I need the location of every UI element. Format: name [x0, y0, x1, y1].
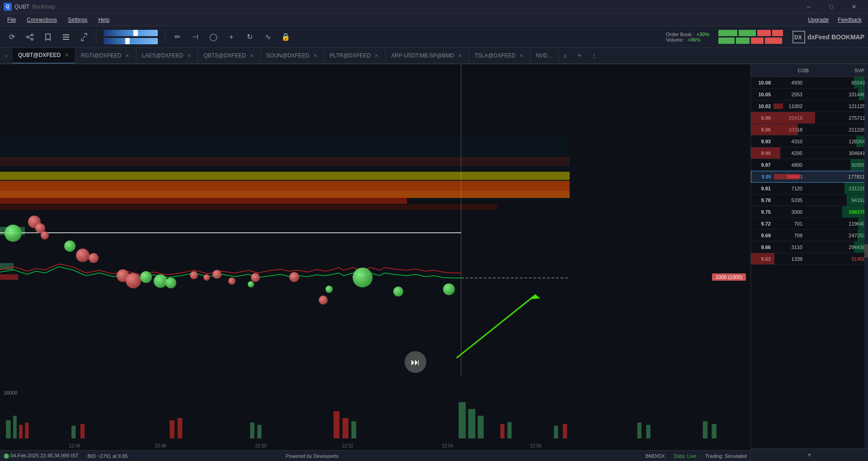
- redo-icon[interactable]: ↻: [241, 29, 258, 45]
- cb-green-3: [718, 38, 735, 44]
- ob-svp-header: SVP: [811, 68, 864, 73]
- ob-price-1: 10.05: [751, 92, 774, 97]
- time-label-2: 22:48: [155, 443, 166, 448]
- svg-rect-33: [646, 425, 650, 438]
- color-slider-top[interactable]: [104, 30, 158, 36]
- tab-next-button[interactable]: ›: [559, 48, 571, 64]
- trade-bubble-red-7: [126, 273, 141, 288]
- status-index: BMD/DX: [646, 453, 665, 459]
- ob-price-12: 9.72: [751, 221, 774, 226]
- tab-soun[interactable]: SOUN@DXFEED ✕: [261, 48, 325, 64]
- svg-text:DX: DX: [794, 34, 802, 41]
- share-icon[interactable]: [22, 29, 38, 45]
- status-bid: BID ~2791 at 9.85: [88, 453, 128, 459]
- svg-rect-21: [257, 425, 261, 438]
- upgrade-link[interactable]: Upgrade: [808, 17, 829, 23]
- order-annotation: 1000 (1000): [712, 273, 746, 281]
- tab-add-button[interactable]: +: [571, 48, 588, 64]
- ob-scroll-thumb[interactable]: [864, 244, 868, 258]
- ob-svp-2: 121125: [805, 103, 868, 109]
- trade-bubble-red-12: [212, 270, 222, 279]
- maximize-button[interactable]: □: [821, 0, 842, 14]
- wave-icon[interactable]: ∿: [259, 29, 276, 45]
- ob-bar-15: [751, 253, 774, 264]
- ob-scroll-down[interactable]: ▼: [751, 448, 868, 461]
- tab-tsla-close[interactable]: ✕: [518, 52, 524, 59]
- svg-rect-15: [25, 423, 28, 438]
- tab-tsla[interactable]: TSLA@DXFEED ✕: [469, 48, 531, 64]
- svg-rect-13: [13, 416, 17, 438]
- status-data: Data: Live: [674, 453, 697, 459]
- tab-xrp-close[interactable]: ✕: [457, 52, 463, 59]
- ob-svp-6: 304641: [805, 151, 868, 156]
- tab-soun-close[interactable]: ✕: [312, 52, 318, 59]
- tab-rgti-close[interactable]: ✕: [124, 52, 131, 59]
- trade-bubble-green-3: [140, 271, 152, 283]
- trade-bubble-red-10: [190, 271, 198, 279]
- ob-cob-2: 11002: [774, 103, 805, 109]
- svg-rect-25: [458, 402, 466, 438]
- tab-xrp[interactable]: XRP-USDT:MB:SP@BMD ✕: [386, 48, 469, 64]
- slider-thumb-top[interactable]: [133, 30, 138, 36]
- menu-file[interactable]: File: [2, 15, 21, 25]
- toolbar: ⟳: [0, 26, 868, 48]
- link-icon[interactable]: [76, 29, 92, 45]
- plus-icon[interactable]: +: [223, 29, 240, 45]
- menu-connections[interactable]: Connections: [21, 15, 62, 25]
- tab-nvd[interactable]: NVD…: [530, 48, 558, 64]
- svg-rect-24: [351, 421, 356, 438]
- tab-laes[interactable]: LAES@DXFEED ✕: [137, 48, 198, 64]
- cb-green-4: [736, 38, 750, 44]
- tab-prev-button[interactable]: ‹: [0, 48, 13, 64]
- slider-thumb-bottom[interactable]: [125, 38, 130, 44]
- close-button[interactable]: ✕: [844, 0, 864, 14]
- tab-bar: ‹ QUBT@DXFEED ✕ RGTI@DXFEED ✕ LAES@DXFEE…: [0, 48, 868, 64]
- pencil-icon[interactable]: ✏: [169, 29, 185, 45]
- svg-rect-28: [500, 424, 505, 438]
- tab-pltr-close[interactable]: ✕: [373, 52, 380, 59]
- tab-qbts-close[interactable]: ✕: [249, 52, 255, 59]
- refresh-icon[interactable]: ⟳: [4, 29, 20, 45]
- tab-qbts[interactable]: QBTS@DXFEED ✕: [198, 48, 261, 64]
- order-book-sidebar: COB SVP 10.08 4930 65541 10.05 2553 1014…: [750, 64, 868, 461]
- lock-icon[interactable]: 🔒: [278, 29, 294, 45]
- ob-scroll[interactable]: [864, 77, 868, 448]
- bookmark-icon[interactable]: [40, 29, 56, 45]
- status-bar: ⬤ 04-Feb-2025 22:45:34.999 IST BID ~2791…: [0, 450, 750, 461]
- order-book-info: Order Book: +30% Volume: +06%: [666, 30, 864, 44]
- chart-area[interactable]: 1000 (1000) ⏭ 16000 22:46 22:48 22:50 22…: [0, 64, 750, 461]
- ob-cob-13: 708: [774, 233, 805, 238]
- status-powered: Powered by Devexperts: [286, 453, 339, 459]
- circle-icon[interactable]: ◯: [205, 29, 222, 45]
- ob-price-11: 9.75: [751, 209, 774, 215]
- menu-help[interactable]: Help: [93, 15, 115, 25]
- title-bar: Q QUBT Bookmap ─ □ ✕: [0, 0, 868, 14]
- tab-rgti[interactable]: RGTI@DXFEED ✕: [75, 48, 137, 64]
- svg-rect-30: [554, 426, 558, 438]
- tab-qubt[interactable]: QUBT@DXFEED ✕: [13, 48, 75, 64]
- svg-point-2: [27, 36, 28, 38]
- ob-row-13: 9.69 708 247203: [751, 230, 868, 241]
- svg-rect-5: [63, 34, 69, 35]
- menu-settings[interactable]: Settings: [62, 15, 93, 25]
- tab-laes-close[interactable]: ✕: [186, 52, 192, 59]
- feedback-link[interactable]: Feedback: [838, 17, 862, 23]
- svg-rect-23: [343, 418, 349, 438]
- color-slider-area[interactable]: [104, 30, 158, 44]
- svg-rect-17: [80, 424, 85, 438]
- tab-overflow-button[interactable]: ⋮: [588, 48, 600, 64]
- ob-row-2: 10.02 11002 121125: [751, 100, 868, 112]
- ob-svp-15: 91458: [805, 256, 868, 262]
- color-slider-bottom[interactable]: [104, 38, 158, 44]
- play-button[interactable]: ⏭: [405, 351, 426, 373]
- ob-price-9: 9.81: [751, 186, 774, 191]
- ob-row-0: 10.08 4930 65541: [751, 77, 868, 89]
- minimize-button[interactable]: ─: [798, 0, 819, 14]
- tab-pltr[interactable]: PLTR@DXFEED ✕: [324, 48, 386, 64]
- order-book-value: +30%: [697, 32, 709, 37]
- crosshair-icon[interactable]: ⊣: [187, 29, 203, 45]
- trade-bubble-green-5: [165, 278, 176, 288]
- ob-cob-current: 190001: [774, 174, 806, 179]
- list-icon[interactable]: [58, 29, 74, 45]
- tab-qubt-close[interactable]: ✕: [63, 52, 70, 58]
